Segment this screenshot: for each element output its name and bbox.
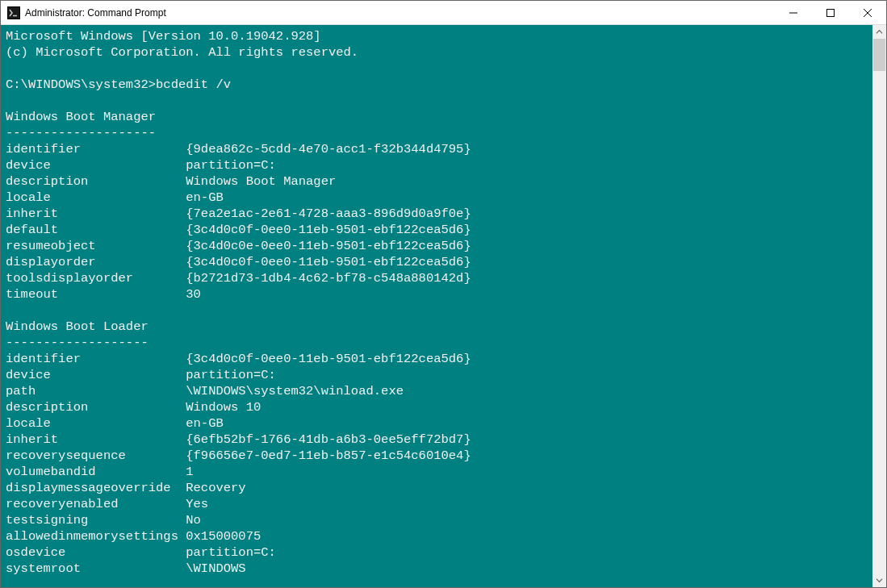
vertical-scrollbar[interactable] [872,25,886,587]
window-titlebar: Administrator: Command Prompt [1,1,886,25]
cmd-icon [7,6,20,19]
svg-rect-1 [8,7,19,19]
scroll-down-arrow-icon[interactable] [872,573,886,587]
scroll-up-arrow-icon[interactable] [872,25,886,39]
terminal-area: Microsoft Windows [Version 10.0.19042.92… [1,25,886,587]
close-button[interactable] [849,1,886,24]
scroll-thumb[interactable] [873,39,885,71]
window-title: Administrator: Command Prompt [25,7,775,19]
minimize-button[interactable] [775,1,812,24]
window-controls [775,1,886,24]
terminal-output[interactable]: Microsoft Windows [Version 10.0.19042.92… [1,25,872,587]
maximize-button[interactable] [812,1,849,24]
svg-rect-4 [827,9,835,16]
